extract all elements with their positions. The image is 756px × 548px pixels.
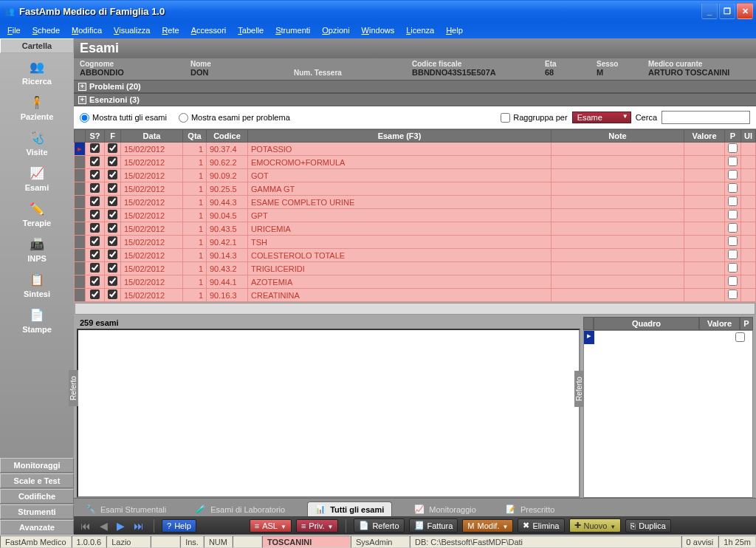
- col-s[interactable]: S?: [86, 130, 105, 143]
- sidebar-btn-codifiche[interactable]: Codifiche: [0, 489, 74, 504]
- fattura-button[interactable]: 🧾Fattura: [409, 518, 458, 532]
- menu-modifica[interactable]: Modifica: [67, 24, 106, 36]
- col-p[interactable]: P: [725, 130, 741, 143]
- tab-monitoraggio[interactable]: 📈Monitoraggio: [407, 502, 484, 516]
- col-valore[interactable]: Valore: [684, 130, 725, 143]
- menu-help[interactable]: Help: [441, 24, 467, 36]
- sidebar-btn-avanzate[interactable]: Avanzate: [0, 520, 74, 535]
- menu-visualizza[interactable]: Visualizza: [109, 24, 154, 36]
- table-row[interactable]: ▸15/02/2012190.37.4POTASSIO: [75, 143, 756, 156]
- cell-s[interactable]: [86, 209, 105, 222]
- cell-p[interactable]: [725, 236, 741, 249]
- col-note[interactable]: Note: [551, 130, 684, 143]
- asl-button[interactable]: ≡ASL: [250, 519, 292, 532]
- sidebar-item-sintesi[interactable]: 📋Sintesi: [0, 266, 74, 301]
- cell-p[interactable]: [725, 169, 741, 182]
- cell-f[interactable]: [105, 275, 121, 289]
- section-problemi[interactable]: + Problemi (20): [74, 80, 756, 93]
- cell-p[interactable]: [725, 182, 741, 196]
- cell-s[interactable]: [86, 289, 105, 302]
- table-row[interactable]: 15/02/2012190.43.5URICEMIA: [75, 222, 756, 236]
- sidebar-item-paziente[interactable]: 🧍Paziente: [0, 89, 74, 124]
- expand-icon[interactable]: +: [78, 83, 86, 91]
- tab-prescritto[interactable]: 📝Prescritto: [498, 502, 562, 516]
- maximize-button[interactable]: ❐: [719, 3, 735, 19]
- col-p[interactable]: P: [740, 317, 753, 330]
- referto-button[interactable]: 📄Referto: [354, 518, 404, 532]
- group-checkbox[interactable]: Raggruppa per: [501, 113, 567, 123]
- sidebar-item-esami[interactable]: 📈Esami: [0, 160, 74, 195]
- cell-f[interactable]: [105, 249, 121, 262]
- table-row[interactable]: 15/02/2012190.14.3COLESTEROLO TOTALE: [75, 249, 756, 262]
- cell-f[interactable]: [105, 143, 121, 156]
- cell-s[interactable]: [86, 169, 105, 182]
- duplica-button[interactable]: ⎘Duplica: [625, 519, 671, 532]
- referto-box[interactable]: Referto: [77, 329, 580, 498]
- col-valore[interactable]: Valore: [699, 317, 740, 330]
- table-row[interactable]: 15/02/2012190.42.1TSH: [75, 236, 756, 249]
- table-row[interactable]: 15/02/2012190.09.2GOT: [75, 169, 756, 182]
- col-f[interactable]: F: [105, 130, 121, 143]
- cell-p[interactable]: [725, 156, 741, 169]
- cell-s[interactable]: [86, 275, 105, 289]
- cell-p[interactable]: [725, 209, 741, 222]
- menu-opzioni[interactable]: Opzioni: [317, 24, 354, 36]
- section-esenzioni[interactable]: + Esenzioni (3): [74, 93, 756, 106]
- menu-tabelle[interactable]: Tabelle: [233, 24, 268, 36]
- nav-last-icon[interactable]: ⏭: [131, 520, 146, 532]
- menu-strumenti[interactable]: Strumenti: [271, 24, 315, 36]
- group-combo[interactable]: Esame: [572, 112, 631, 123]
- cell-f[interactable]: [105, 262, 121, 275]
- cell-f[interactable]: [105, 222, 121, 236]
- sidebar-item-stampe[interactable]: 📄Stampe: [0, 301, 74, 337]
- cell-s[interactable]: [86, 222, 105, 236]
- cell-s[interactable]: [86, 156, 105, 169]
- nav-prev-icon[interactable]: ◀: [97, 520, 110, 532]
- sidebar-btn-strumenti[interactable]: Strumenti: [0, 504, 74, 519]
- sidebar-item-ricerca[interactable]: 👥Ricerca: [0, 53, 74, 89]
- table-row[interactable]: 15/02/2012190.16.3CREATININA: [75, 289, 756, 302]
- nav-first-icon[interactable]: ⏮: [78, 520, 93, 532]
- modif-button[interactable]: MModif.: [462, 519, 513, 532]
- menu-windows[interactable]: Windows: [357, 24, 399, 36]
- cell-p[interactable]: [725, 249, 741, 262]
- menu-file[interactable]: File: [3, 24, 25, 36]
- cell-p[interactable]: [725, 289, 741, 302]
- table-row[interactable]: 15/02/2012190.04.5GPT: [75, 209, 756, 222]
- minimize-button[interactable]: _: [701, 3, 718, 19]
- menu-rete[interactable]: Rete: [157, 24, 183, 36]
- cell-p[interactable]: [725, 143, 741, 156]
- cell-f[interactable]: [105, 209, 121, 222]
- cell-s[interactable]: [86, 249, 105, 262]
- cell-f[interactable]: [105, 156, 121, 169]
- cell-p[interactable]: [725, 196, 741, 209]
- tab-esami-strumentali[interactable]: 🔧Esami Strumentali: [78, 502, 173, 516]
- radio-by-problem[interactable]: Mostra esami per problema: [179, 113, 290, 123]
- sidebar-item-visite[interactable]: 🩺Visite: [0, 124, 74, 160]
- expand-icon[interactable]: +: [78, 96, 86, 104]
- elimina-button[interactable]: ✖Elimina: [518, 518, 564, 532]
- cell-f[interactable]: [105, 289, 121, 302]
- mini-checkbox[interactable]: [735, 332, 745, 342]
- tab-esami-di-laboratorio[interactable]: 🧪Esami di Laboratorio: [188, 502, 292, 516]
- exam-table[interactable]: S?FDataQtaCodiceEsame (F3)NoteValorePUI …: [74, 129, 756, 302]
- menu-accessori[interactable]: Accessori: [187, 24, 231, 36]
- cell-f[interactable]: [105, 196, 121, 209]
- nuovo-button[interactable]: ✚Nuovo: [569, 518, 622, 532]
- cell-f[interactable]: [105, 182, 121, 196]
- search-input[interactable]: [662, 111, 750, 124]
- table-row[interactable]: 15/02/2012190.43.2TRIGLICERIDI: [75, 262, 756, 275]
- cell-f[interactable]: [105, 236, 121, 249]
- sidebar-btn-monitoraggi[interactable]: Monitoraggi: [0, 458, 74, 473]
- sidebar-btn-scale-e-test[interactable]: Scale e Test: [0, 473, 74, 488]
- cell-s[interactable]: [86, 236, 105, 249]
- table-row[interactable]: 15/02/2012190.44.1AZOTEMIA: [75, 275, 756, 289]
- mini-table-body[interactable]: ▸ Referto: [583, 330, 753, 498]
- cell-p[interactable]: [725, 275, 741, 289]
- col-ui[interactable]: UI: [741, 130, 756, 143]
- sidebar-item-inps[interactable]: 📠INPS: [0, 230, 74, 266]
- table-row[interactable]: 15/02/2012190.62.2EMOCROMO+FORMULA: [75, 156, 756, 169]
- cell-p[interactable]: [725, 262, 741, 275]
- cell-s[interactable]: [86, 262, 105, 275]
- menu-schede[interactable]: Schede: [28, 24, 64, 36]
